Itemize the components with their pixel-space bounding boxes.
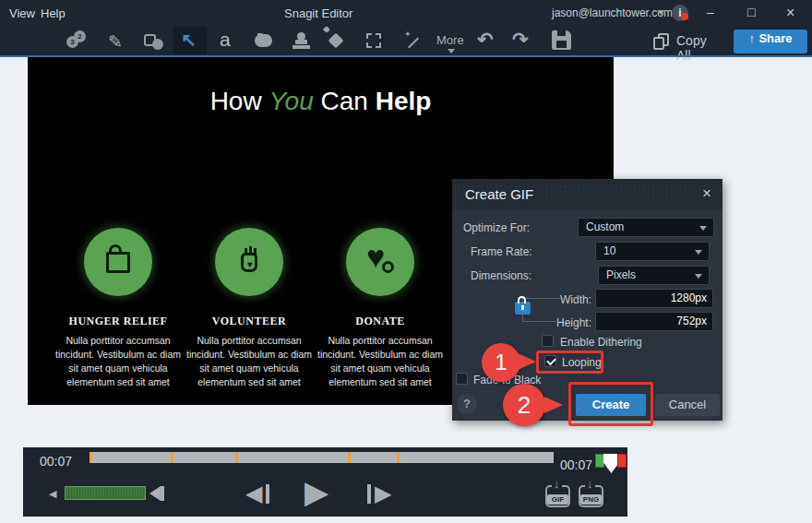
column-heading: VOLUNTEER (188, 315, 310, 328)
undo-button[interactable]: ↶ (477, 29, 494, 51)
timeline-track[interactable] (90, 452, 554, 463)
window-title: Snagit Editor (284, 6, 352, 20)
dimensions-dropdown[interactable]: Pixels (598, 266, 710, 285)
optimize-for-label: Optimize For: (463, 221, 530, 234)
volume-down-icon[interactable]: ◀ (49, 488, 56, 500)
dialog-close-icon[interactable]: × (702, 184, 711, 203)
column-heading: HUNGER RELIEF (57, 315, 179, 328)
notification-badge (681, 13, 688, 20)
account-chevron-down-icon[interactable] (657, 10, 664, 15)
timeline-marker (90, 452, 92, 463)
editor-toolbar: 3 2 ✎ ↖ a ✦ More ↶ ↷ Copy All (0, 26, 812, 55)
arrow-tool-icon: ↖ (181, 29, 197, 51)
enable-dithering-checkbox[interactable] (542, 335, 554, 347)
share-button[interactable]: ↑ Share (734, 30, 807, 53)
menu-view[interactable]: View (9, 6, 35, 20)
annotation-box-looping (536, 351, 603, 374)
maximize-button[interactable]: □ (747, 5, 755, 19)
close-button[interactable]: × (786, 5, 794, 21)
chevron-down-icon (695, 250, 702, 255)
arrow-tool-selected[interactable]: ↖ (173, 27, 207, 54)
trim-end-handle[interactable] (617, 454, 627, 468)
next-frame-button[interactable]: ▶ (367, 482, 391, 505)
frame-rate-dropdown[interactable]: 10 (595, 242, 710, 261)
selection-tool-icon[interactable] (366, 33, 381, 48)
pen-tool-icon[interactable]: ✎ (108, 31, 123, 53)
menu-help[interactable]: Help (41, 6, 66, 20)
account-menu[interactable]: jason@launchtower.com (552, 6, 673, 19)
dialog-titlebar: Create GIF × (452, 179, 722, 210)
video-timeline-bar: 00:07 00:07 ◀ ◀ ▶ ▶ ↓ GIF ↓ PNG (23, 447, 627, 517)
frame-rate-label: Frame Rate: (471, 245, 532, 258)
slide-title: How You Can Help (28, 87, 614, 116)
window-titlebar: View Help Snagit Editor jason@launchtowe… (0, 0, 812, 26)
enable-dithering-label: Enable Dithering (560, 336, 642, 349)
save-button[interactable] (552, 30, 571, 50)
speaker-icon[interactable] (149, 486, 166, 501)
download-arrow-icon: ↓ (585, 477, 595, 491)
export-png-button[interactable]: ↓ PNG (579, 480, 603, 507)
volume-slider[interactable] (65, 486, 146, 500)
trim-start-handle[interactable] (595, 454, 604, 468)
hand-heart-icon: ♥ (215, 228, 283, 296)
export-gif-button[interactable]: ↓ GIF (545, 480, 570, 507)
dialog-title: Create GIF (465, 186, 533, 202)
timeline-marker (235, 452, 238, 463)
minimize-button[interactable]: – (707, 5, 714, 19)
heart-donate-icon: ♥ (346, 228, 414, 296)
timeline-marker (171, 452, 173, 463)
timeline-time-right: 00:07 (560, 458, 592, 472)
redo-button[interactable]: ↷ (512, 29, 529, 51)
dimensions-label: Dimensions: (471, 269, 531, 282)
timeline-marker (397, 452, 400, 463)
magic-wand-tool-icon[interactable]: ✦ (404, 31, 423, 50)
annotation-box-create (568, 382, 653, 426)
chevron-down-icon (699, 226, 707, 231)
aspect-lock-icon[interactable] (515, 302, 531, 315)
optimize-for-dropdown[interactable]: Custom (578, 218, 714, 237)
annotation-step-1: 1 (482, 343, 520, 382)
play-button[interactable]: ▶ (304, 476, 328, 507)
help-button[interactable]: ? (457, 394, 477, 414)
download-arrow-icon: ↓ (552, 477, 562, 491)
shopping-bag-icon (84, 228, 152, 296)
width-input[interactable]: 1280px (595, 289, 713, 308)
timeline-marker (348, 452, 351, 463)
text-tool-icon[interactable]: a (220, 29, 231, 51)
timeline-time-left: 00:07 (40, 454, 72, 469)
share-icon: ↑ (748, 31, 755, 45)
more-chevron-down-icon (448, 49, 455, 53)
previous-frame-button[interactable]: ◀ (245, 482, 262, 505)
column-heading: DONATE (319, 315, 441, 328)
fade-to-black-checkbox[interactable] (456, 373, 468, 385)
annotation-step-2: 2 (503, 384, 545, 426)
cancel-button[interactable]: Cancel (655, 394, 720, 416)
more-tools-button[interactable]: More (436, 33, 464, 47)
height-input[interactable]: 752px (595, 312, 713, 331)
chevron-down-icon (695, 274, 702, 279)
